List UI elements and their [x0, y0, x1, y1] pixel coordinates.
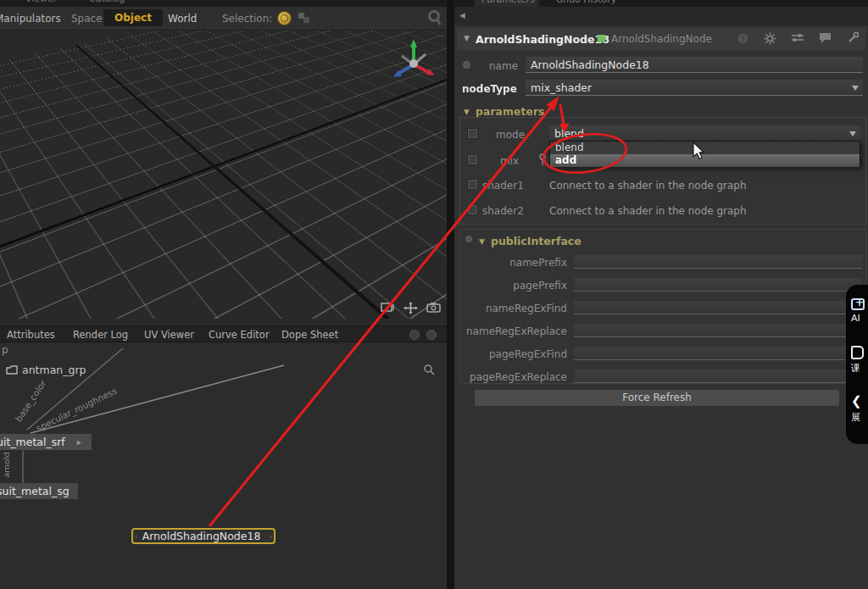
panel-close-icon[interactable] — [426, 330, 437, 340]
left-pane: Viewer Catalog Manipulators Space: Objec… — [0, 0, 447, 589]
node-type-subtitle: ArnoldShadingNode — [611, 33, 712, 45]
pan-move-icon[interactable] — [403, 302, 418, 314]
side-floating-widget: AI 课 ❮ 展 — [846, 285, 868, 444]
node-header[interactable]: ▼ ArnoldShadingNode18 ArnoldShadingNode … — [457, 28, 865, 50]
shader2-checkbox-icon[interactable] — [468, 205, 477, 214]
mode-dropdown-list: blend add — [549, 141, 860, 167]
nameregexreplace-input[interactable] — [574, 324, 862, 337]
ground-grid — [0, 31, 447, 319]
comment-bubble-icon[interactable] — [819, 32, 832, 44]
bottom-panel-tabs: Attributes Render Log UV Viewer Curve Ed… — [0, 325, 447, 342]
expression-icon[interactable] — [538, 153, 547, 166]
selection-label: Selection: — [222, 13, 272, 25]
nameprefix-input[interactable] — [574, 255, 862, 269]
panel-nav-row: ◀ — [454, 7, 868, 25]
chevron-left-icon: ❮ — [851, 393, 868, 408]
name-label: name — [489, 60, 518, 72]
pageprefix-label: pagePrefix — [513, 280, 567, 292]
pageregexfind-label: pageRegExFind — [489, 348, 567, 360]
space-world-button[interactable]: World — [168, 13, 197, 25]
tab-attributes[interactable]: Attributes — [7, 329, 55, 341]
manipulators-label[interactable]: Manipulators — [0, 13, 61, 25]
shader1-label: shader1 — [482, 180, 524, 192]
tab-dope-sheet[interactable]: Dope Sheet — [281, 329, 338, 341]
pageprefix-input[interactable] — [574, 278, 862, 292]
tab-curve-editor[interactable]: Curve Editor — [209, 329, 270, 341]
pane-divider[interactable] — [447, 0, 454, 589]
state-dot-icon[interactable] — [463, 61, 470, 69]
ai-chat-icon — [851, 298, 865, 310]
node-graph-panel[interactable]: p antman_grp base_color specular_roughne… — [0, 343, 447, 589]
right-top-tabstrip: Parameters Undo History — [454, 0, 868, 7]
pageregexreplace-input[interactable] — [574, 370, 862, 383]
nodetype-dropdown[interactable]: mix_shader — [526, 80, 863, 96]
parameters-group-header[interactable]: parameters — [476, 105, 545, 118]
pageregexfind-input[interactable] — [574, 347, 862, 360]
node-suit-metal-srf[interactable]: uit_metal_srf▸ — [0, 434, 92, 450]
axis-gizmo-icon — [387, 36, 440, 88]
state-dot-icon[interactable] — [465, 236, 472, 242]
gear-icon[interactable] — [764, 32, 776, 45]
parameters-pane: Parameters Undo History ◀ ▼ ArnoldShadin… — [454, 0, 868, 589]
tab-viewer[interactable]: Viewer — [25, 0, 57, 4]
nameregexreplace-label: nameRegExReplace — [466, 325, 567, 337]
tab-parameters[interactable]: Parameters — [481, 0, 535, 5]
shader2-label: shader2 — [482, 205, 524, 217]
collapse-arrow-icon[interactable]: ▼ — [464, 34, 470, 42]
shader2-hint: Connect to a shader in the node graph — [549, 205, 747, 217]
mode-dropdown[interactable]: blend — [549, 125, 860, 142]
side-ai-button[interactable]: AI — [851, 298, 868, 324]
space-object-button[interactable]: Object — [103, 9, 163, 26]
public-interface-header[interactable]: publicInterface — [491, 235, 581, 247]
node-graph-edges — [0, 343, 447, 589]
public-interface-group: ▼ publicInterface namePrefix pagePrefix … — [459, 229, 866, 384]
chevron-down-icon — [849, 131, 856, 136]
mode-checkbox-icon[interactable] — [468, 129, 477, 138]
book-icon — [851, 346, 864, 359]
edge-label-arnold: arnold — [2, 452, 11, 477]
nameprefix-label: namePrefix — [509, 257, 567, 269]
mode-label: mode — [496, 129, 525, 141]
node-arnold-shading-node18[interactable]: ‹ ArnoldShadingNode18 › — [131, 528, 275, 544]
render-view-icon[interactable] — [381, 302, 395, 313]
help-icon[interactable]: ? — [737, 32, 749, 45]
chevron-down-icon — [852, 86, 859, 91]
panel-option-icon[interactable] — [409, 330, 420, 340]
left-top-tabstrip: Viewer Catalog — [0, 0, 447, 7]
name-input[interactable]: ArnoldShadingNode18 — [526, 57, 863, 73]
node-suit-metal-sg[interactable]: suit_metal_sg — [0, 483, 78, 499]
public-interface-collapse-icon[interactable]: ▼ — [479, 237, 485, 246]
viewer-toolbar: Manipulators Space: Object World Selecti… — [0, 7, 447, 31]
back-arrow-icon[interactable]: ◀ — [459, 11, 465, 19]
viewport-3d[interactable] — [0, 31, 447, 319]
mix-label: mix — [500, 155, 519, 167]
side-course-button[interactable]: 课 — [851, 346, 868, 375]
tab-uv-viewer[interactable]: UV Viewer — [144, 329, 194, 341]
nameregexfind-label: nameRegExFind — [486, 303, 567, 314]
dropdown-option-blend[interactable]: blend — [550, 142, 860, 154]
shader1-hint: Connect to a shader in the node graph — [549, 180, 747, 192]
parameters-group: mode blend blend add mix shader1 Connect… — [459, 117, 866, 225]
side-expand-button[interactable]: ❮ 展 — [851, 393, 868, 424]
tab-catalog[interactable]: Catalog — [89, 0, 125, 4]
camera-icon[interactable] — [426, 302, 442, 313]
sliders-icon[interactable] — [791, 32, 804, 43]
svg-text:?: ? — [741, 35, 745, 43]
status-green-icon — [598, 35, 605, 42]
tab-render-log[interactable]: Render Log — [73, 329, 128, 341]
selection-mode-icon[interactable] — [277, 11, 292, 25]
parameters-collapse-icon[interactable]: ▼ — [464, 108, 470, 116]
tab-undo-history[interactable]: Undo History — [556, 0, 616, 5]
dropdown-option-add[interactable]: add — [550, 154, 860, 167]
force-refresh-button[interactable]: Force Refresh — [475, 390, 839, 406]
mix-checkbox-icon[interactable] — [468, 155, 477, 164]
node-title: ArnoldShadingNode18 — [476, 33, 609, 46]
katana-logo-icon — [427, 10, 441, 26]
pageregexreplace-label: pageRegExReplace — [470, 371, 567, 383]
nameregexfind-input[interactable] — [574, 301, 862, 314]
selection-group-icon[interactable] — [298, 13, 310, 24]
space-label: Space: — [71, 13, 106, 25]
nodetype-label: nodeType — [462, 83, 517, 95]
wrench-icon[interactable] — [846, 32, 859, 45]
shader1-checkbox-icon[interactable] — [468, 180, 477, 189]
